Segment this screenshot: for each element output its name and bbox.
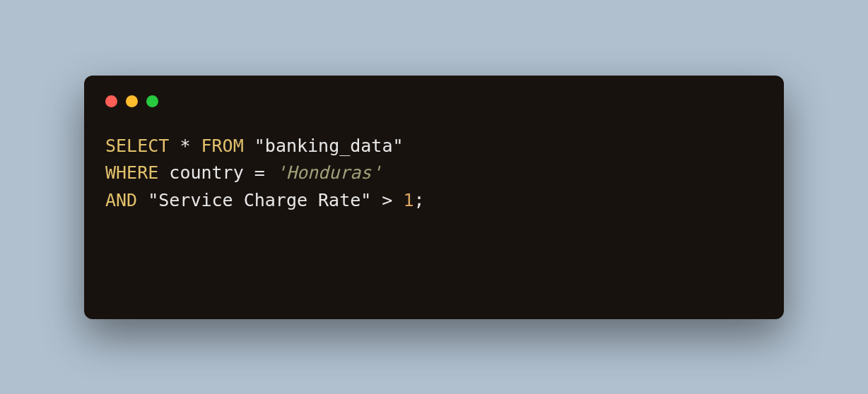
terminal-window: SELECT * FROM "banking_data" WHERE count… — [84, 76, 784, 319]
star-operator: * — [180, 136, 190, 156]
table-identifier: "banking_data" — [254, 136, 404, 156]
semicolon: ; — [414, 190, 425, 210]
string-literal-honduras: 'Honduras' — [276, 162, 382, 183]
gt-operator: > — [382, 190, 392, 210]
column-country: country — [169, 162, 243, 183]
keyword-where: WHERE — [105, 162, 158, 183]
keyword-select: SELECT — [105, 136, 169, 156]
keyword-from: FROM — [201, 136, 244, 156]
column-service-charge: "Service Charge Rate" — [148, 190, 371, 210]
number-literal: 1 — [403, 190, 414, 210]
close-icon[interactable] — [105, 95, 117, 107]
code-block: SELECT * FROM "banking_data" WHERE count… — [105, 133, 763, 215]
equals-operator: = — [254, 162, 265, 183]
keyword-and: AND — [105, 190, 137, 210]
traffic-lights — [105, 95, 763, 107]
maximize-icon[interactable] — [146, 95, 158, 107]
minimize-icon[interactable] — [126, 95, 138, 107]
